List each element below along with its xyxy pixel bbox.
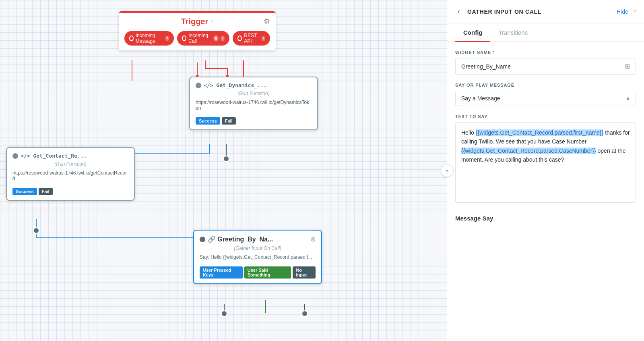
svg-point-8 (33, 228, 39, 233)
panel-content: WIDGET NAME * Greeting_By_Name ⊞ SAY OR … (447, 42, 644, 341)
say-play-chevron: ∨ (626, 95, 630, 102)
svg-point-6 (223, 156, 229, 162)
trigger-gear-icon[interactable]: ⚙ (264, 17, 270, 26)
get-contact-title: </> Get_Contact_Re... (21, 153, 87, 159)
panel-help-icon: ? (633, 8, 636, 15)
incoming-call-badge: 0 (213, 35, 219, 42)
collapse-icon: « (446, 168, 449, 173)
get-dynamics-header: </> Get_Dynamics_... (190, 77, 317, 90)
svg-point-13 (302, 311, 308, 316)
tab-transitions[interactable]: Transitions (490, 23, 536, 42)
widget-name-label: WIDGET NAME * (455, 50, 636, 55)
widget-name-input[interactable]: Greeting_By_Name ⊞ (455, 58, 636, 75)
greeting-header: 🔗 Greeting_By_Na... ⊗ (194, 231, 321, 245)
greeting-subtitle: (Gather Input On Call) (194, 245, 321, 254)
say-play-group: SAY OR PLAY MESSAGE Say a Message ∨ (455, 83, 636, 106)
rest-api-label: REST API (244, 33, 259, 44)
greeting-node: 🔗 Greeting_By_Na... ⊗ (Gather Input On C… (193, 230, 322, 284)
trigger-buttons: Incoming Message ? Incoming Call 0 ? RES… (119, 29, 276, 46)
canvas: Trigger ? ⚙ Incoming Message ? Incoming … (0, 0, 447, 341)
svg-point-10 (221, 311, 227, 316)
incoming-call-label: Incoming Call (188, 33, 211, 44)
get-dynamics-body: https://rosewood-walrus-1746.twil.io/get… (190, 100, 317, 114)
rest-api-btn[interactable]: REST API ? (233, 31, 270, 46)
get-dynamics-title: </> Get_Dynamics_... (204, 82, 267, 88)
no-input-badge[interactable]: No Input (293, 266, 316, 279)
message-say-section: Message Say (455, 211, 636, 222)
incoming-call-help: ? (221, 36, 225, 41)
get-dynamics-fail-badge[interactable]: Fail (222, 117, 236, 125)
get-dynamics-dot (196, 83, 201, 88)
panel-hide-button[interactable]: Hide (617, 8, 628, 15)
get-contact-node: </> Get_Contact_Re... (Run Function) htt… (6, 147, 135, 201)
incoming-message-btn[interactable]: Incoming Message ? (124, 31, 174, 46)
text-part-1: Hello (461, 129, 476, 136)
panel-back-button[interactable]: ‹ (455, 6, 462, 17)
incoming-message-circle (129, 35, 134, 41)
panel-header: ‹ GATHER INPUT ON CALL Hide ? (447, 0, 644, 23)
text-to-say-group: TEXT TO SAY Hello {{widgets.Get_Contact_… (455, 114, 636, 203)
rest-api-circle (237, 35, 242, 41)
get-contact-subtitle: (Run Function) (7, 160, 134, 170)
widget-name-icon: ⊞ (625, 62, 630, 70)
panel-title: GATHER INPUT ON CALL (467, 8, 612, 15)
say-play-label: SAY OR PLAY MESSAGE (455, 83, 636, 87)
greeting-body-text: Say: Hello {{widgets.Get_Contact_Record.… (200, 254, 312, 260)
trigger-help-icon: ? (211, 19, 213, 25)
incoming-message-label: Incoming Message (136, 33, 163, 44)
trigger-header: Trigger ? ⚙ (119, 13, 276, 29)
say-play-select[interactable]: Say a Message ∨ (455, 91, 636, 106)
trigger-title: Trigger (181, 17, 208, 26)
tab-config[interactable]: Config (455, 23, 490, 42)
rest-api-help: ? (262, 36, 265, 41)
incoming-call-circle (182, 35, 187, 41)
get-contact-url: https://rosewood-walrus-1746.twil.io/get… (12, 170, 127, 181)
get-dynamics-success-badge[interactable]: Success (196, 117, 220, 125)
get-contact-dot (12, 153, 18, 159)
get-contact-badges: Success Fail (7, 185, 134, 200)
get-dynamics-subtitle: (Run Function) (190, 90, 317, 100)
get-contact-success-badge[interactable]: Success (12, 188, 37, 195)
text-variable-1: {{widgets.Get_Contact_Record.parsed.firs… (476, 129, 604, 136)
message-say-label: Message Say (455, 215, 493, 222)
widget-name-group: WIDGET NAME * Greeting_By_Name ⊞ (455, 50, 636, 75)
text-variable-2: {{widgets.Get_Contact_Record.parsed.Case… (461, 148, 596, 154)
greeting-badges: User Pressed Keys User Said Something No… (194, 263, 321, 283)
get-dynamics-node: </> Get_Dynamics_... (Run Function) http… (189, 77, 318, 130)
required-indicator: * (493, 50, 495, 55)
greeting-title: 🔗 Greeting_By_Na... (208, 235, 273, 243)
collapse-panel-button[interactable]: « (441, 164, 454, 177)
trigger-node: Trigger ? ⚙ Incoming Message ? Incoming … (119, 11, 276, 50)
get-contact-fail-badge[interactable]: Fail (39, 188, 53, 195)
get-dynamics-badges: Success Fail (190, 114, 317, 129)
panel-tabs: Config Transitions (447, 23, 644, 42)
right-panel: « ‹ GATHER INPUT ON CALL Hide ? Config T… (447, 0, 644, 341)
get-contact-body: https://rosewood-walrus-1746.twil.io/get… (7, 170, 134, 185)
get-contact-header: </> Get_Contact_Re... (7, 148, 134, 160)
text-to-say-field[interactable]: Hello {{widgets.Get_Contact_Record.parse… (455, 122, 636, 203)
incoming-call-btn[interactable]: Incoming Call 0 ? (177, 31, 230, 46)
user-pressed-badge[interactable]: User Pressed Keys (200, 266, 243, 279)
user-said-badge[interactable]: User Said Something (244, 266, 291, 279)
text-to-say-label: TEXT TO SAY (455, 114, 636, 119)
get-dynamics-url: https://rosewood-walrus-1746.twil.io/get… (196, 100, 309, 111)
incoming-message-help: ? (165, 36, 169, 41)
greeting-dot (200, 237, 205, 242)
greeting-body: Say: Hello {{widgets.Get_Contact_Record.… (194, 254, 321, 263)
greeting-close-icon[interactable]: ⊗ (310, 235, 316, 243)
